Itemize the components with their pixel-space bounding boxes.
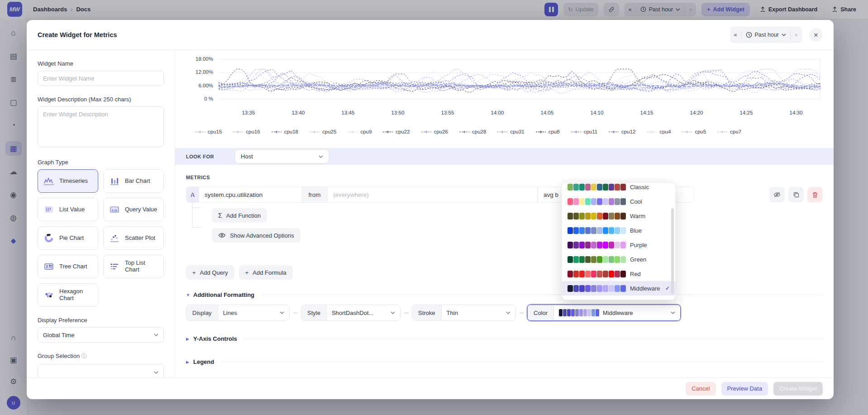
- legend-marker: [717, 130, 727, 134]
- graph-type-hexagon-chart[interactable]: Hexagon Chart: [38, 283, 98, 307]
- chevron-down-icon: [319, 155, 323, 158]
- caret-down-icon: ▼: [186, 293, 193, 297]
- top-list-chart-icon: [109, 262, 120, 272]
- legend-item-cpu26[interactable]: cpu26: [421, 129, 448, 134]
- palette-option-blue[interactable]: Blue: [562, 223, 675, 238]
- stroke-control: Stroke Thin: [412, 305, 516, 321]
- display-preference-select[interactable]: Global Time: [38, 327, 164, 343]
- graph-type-tree-chart[interactable]: Tree Chart: [38, 255, 98, 278]
- graph-type-list-value[interactable]: List Value: [38, 198, 98, 221]
- graph-type-pie-chart[interactable]: Pie Chart: [38, 226, 98, 250]
- eye-off-icon: [773, 191, 781, 198]
- graph-type-timeseries[interactable]: Timeseries: [38, 169, 98, 193]
- legend-item-cpu5[interactable]: cpu5: [682, 129, 706, 134]
- legend-marker: [647, 130, 657, 134]
- legend-item-cpu15[interactable]: cpu15: [195, 129, 222, 134]
- trash-icon: [812, 191, 818, 198]
- timeseries-icon: [43, 176, 55, 186]
- legend-item-cpu11[interactable]: cpu11: [571, 129, 597, 134]
- color-select[interactable]: Middleware: [554, 305, 680, 320]
- legend-item-cpu4[interactable]: cpu4: [647, 129, 671, 134]
- chevron-down-icon: [782, 33, 786, 36]
- add-query-button[interactable]: + Add Query: [186, 265, 234, 280]
- delete-query-button[interactable]: [807, 187, 823, 202]
- time-forward-button[interactable]: »: [791, 32, 802, 38]
- legend-item-cpu22[interactable]: cpu22: [383, 129, 410, 134]
- stroke-select[interactable]: Thin: [442, 305, 515, 320]
- preview-data-button[interactable]: Preview Data: [721, 382, 768, 396]
- y-axis-controls-header[interactable]: ▶ Y-Axis Controls: [186, 335, 823, 342]
- legend-item-cpu7[interactable]: cpu7: [717, 129, 741, 134]
- legend-item-cpu25[interactable]: cpu25: [310, 129, 336, 134]
- palette-option-middleware[interactable]: Middleware✓: [562, 281, 675, 296]
- graph-type-top-list-chart[interactable]: Top List Chart: [103, 255, 164, 278]
- look-for-select[interactable]: Host: [235, 149, 329, 163]
- close-icon[interactable]: ✕: [809, 28, 823, 42]
- chevron-down-icon: [154, 334, 158, 336]
- palette-option-classic[interactable]: Classic: [562, 182, 675, 194]
- modal-time-range-button[interactable]: Past hour: [742, 32, 791, 38]
- query-value-icon: 5.12: [109, 205, 120, 215]
- widget-name-label: Widget Name: [38, 60, 164, 67]
- legend-item-cpu31[interactable]: cpu31: [497, 129, 524, 134]
- dropdown-scrollbar[interactable]: [671, 208, 674, 294]
- legend-section-header[interactable]: ▶ Legend: [186, 358, 823, 365]
- color-select-swatches: [559, 309, 599, 316]
- show-advanced-options-button[interactable]: Show Advanced Options: [212, 228, 300, 243]
- legend-item-cpu28[interactable]: cpu28: [459, 129, 486, 134]
- palette-option-warm[interactable]: Warm: [562, 209, 675, 223]
- query-tree-line: [192, 227, 201, 228]
- pie-chart-icon: [43, 233, 55, 243]
- additional-formatting-header[interactable]: ▼ Additional Formatting: [186, 291, 823, 298]
- time-back-button[interactable]: «: [730, 32, 741, 38]
- duplicate-query-button[interactable]: [788, 187, 804, 202]
- tree-chart-icon: [43, 262, 55, 272]
- legend-item-cpu8[interactable]: cpu8: [536, 129, 560, 134]
- palette-option-cool[interactable]: Cool: [562, 194, 675, 209]
- create-widget-button[interactable]: Create Widget: [773, 382, 823, 396]
- modal-footer: Cancel Preview Data Create Widget: [27, 377, 834, 399]
- widget-name-input[interactable]: [38, 71, 164, 86]
- modal-header: Create Widget for Metrics « Past hour » …: [27, 20, 834, 50]
- scatter-plot-icon: [109, 233, 120, 243]
- look-for-bar: LOOK FOR Host: [175, 148, 834, 165]
- add-formula-button[interactable]: + Add Formula: [239, 265, 293, 280]
- graph-type-grid: Timeseries Bar Chart List Value 5.12 Que…: [38, 169, 164, 307]
- cancel-button[interactable]: Cancel: [686, 382, 715, 396]
- style-select[interactable]: ShortDashDot...: [327, 305, 400, 320]
- display-select[interactable]: Lines: [218, 305, 289, 320]
- hexagon-chart-icon: [43, 290, 55, 300]
- hide-query-button[interactable]: [769, 187, 785, 202]
- filter-input[interactable]: (everywhere): [327, 187, 538, 202]
- legend-item-cpu9[interactable]: cpu9: [348, 129, 372, 134]
- legend-item-cpu12[interactable]: cpu12: [609, 129, 635, 134]
- color-control: Color Middleware: [527, 305, 681, 321]
- widget-description-input[interactable]: [38, 106, 164, 147]
- graph-type-query-value[interactable]: 5.12 Query Value: [103, 198, 164, 221]
- legend-marker: [536, 130, 546, 134]
- legend-item-cpu16[interactable]: cpu16: [233, 129, 260, 134]
- query-letter-badge: A: [186, 187, 199, 202]
- palette-option-red[interactable]: Red: [562, 267, 675, 281]
- legend-item-cpu18[interactable]: cpu18: [272, 129, 298, 134]
- metrics-label: METRICS: [186, 175, 210, 180]
- caret-right-icon: ▶: [186, 337, 193, 341]
- chart-area: 18.00%12.00%6.00%0 % 13:3513:4013:4513:5…: [175, 50, 834, 134]
- group-selection-select[interactable]: [38, 364, 164, 377]
- metric-name-input[interactable]: system.cpu.utilization: [199, 187, 302, 202]
- caret-right-icon: ▶: [186, 360, 193, 364]
- query-row: A system.cpu.utilization from (everywher…: [186, 186, 823, 203]
- legend-marker: [383, 130, 393, 134]
- legend-marker: [459, 130, 469, 134]
- clock-icon: [746, 32, 752, 38]
- look-for-label: LOOK FOR: [186, 154, 214, 159]
- legend-marker: [195, 130, 205, 134]
- graph-type-bar-chart[interactable]: Bar Chart: [103, 169, 164, 193]
- query-tree-line: [192, 207, 201, 208]
- palette-option-green[interactable]: Green: [562, 252, 675, 267]
- chevron-down-icon: [506, 311, 510, 314]
- legend-marker: [609, 130, 619, 134]
- palette-option-purple[interactable]: Purple: [562, 238, 675, 252]
- add-function-button[interactable]: Σ Add Function: [212, 208, 267, 223]
- graph-type-scatter-plot[interactable]: Scatter Plot: [103, 226, 164, 250]
